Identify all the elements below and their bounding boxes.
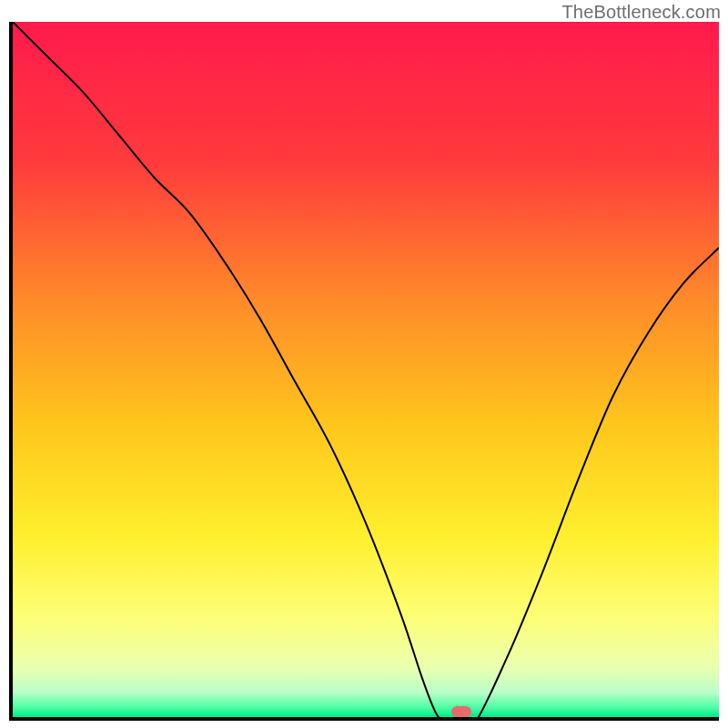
bottleneck-curve: [13, 22, 719, 721]
optimal-marker: [451, 706, 471, 717]
watermark-text: TheBottleneck.com: [561, 2, 721, 23]
chart-frame: TheBottleneck.com: [0, 0, 728, 728]
plot-area: [9, 22, 719, 721]
